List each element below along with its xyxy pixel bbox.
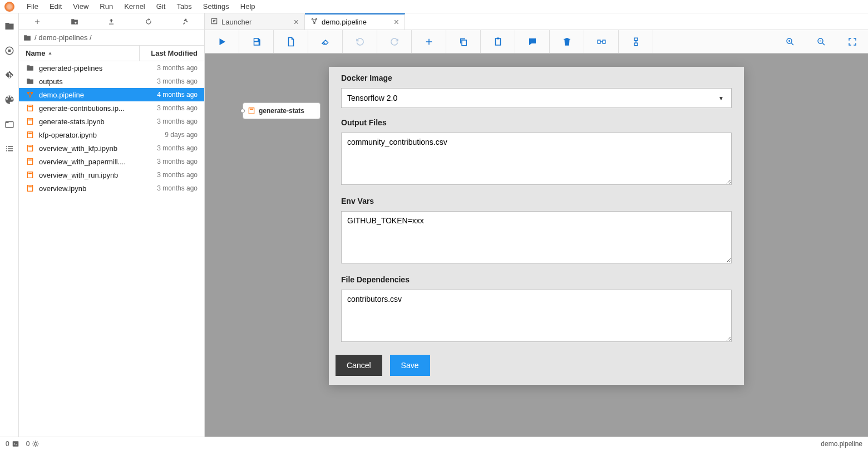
folder-icon	[26, 77, 34, 86]
file-row[interactable]: overview.ipynb3 months ago	[19, 182, 204, 195]
file-name: overview_with_run.ipynb	[39, 171, 157, 179]
notebook-icon	[26, 170, 34, 179]
svg-rect-35	[12, 441, 18, 446]
content-area: Launcher × demo.pipeline ×	[205, 13, 868, 437]
new-launcher-button[interactable]	[19, 18, 56, 26]
menu-kernel[interactable]: Kernel	[119, 1, 151, 12]
tabs-icon[interactable]	[4, 119, 14, 129]
svg-rect-27	[598, 40, 600, 43]
file-row[interactable]: generated-pipelines3 months ago	[19, 61, 204, 75]
folder-icon	[23, 34, 31, 42]
svg-point-5	[29, 96, 31, 97]
svg-rect-9	[28, 120, 32, 121]
zoom-in-button[interactable]	[775, 30, 806, 53]
env-vars-input[interactable]	[341, 211, 732, 263]
kernel-icon	[32, 440, 40, 448]
file-row[interactable]: overview_with_papermill....3 months ago	[19, 155, 204, 168]
status-kernels[interactable]: 0	[26, 440, 40, 448]
notebook-icon	[26, 184, 34, 193]
column-name[interactable]: Name	[19, 46, 140, 61]
file-modified: 3 months ago	[157, 184, 198, 192]
menu-run[interactable]: Run	[94, 1, 119, 12]
svg-rect-30	[634, 43, 638, 46]
file-row[interactable]: outputs3 months ago	[19, 75, 204, 88]
arrange-h-button[interactable]	[584, 30, 619, 53]
output-files-input[interactable]	[341, 133, 732, 185]
file-row[interactable]: overview_with_run.ipynb3 months ago	[19, 168, 204, 182]
undo-button[interactable]	[343, 30, 377, 53]
node-properties-dialog: Docker Image Tensorflow 2.0 Output Files…	[329, 67, 744, 385]
notebook-icon	[26, 117, 34, 126]
svg-rect-19	[28, 187, 32, 188]
file-name: overview_with_papermill....	[39, 158, 157, 166]
running-icon[interactable]	[4, 46, 14, 56]
run-button[interactable]	[205, 30, 239, 53]
file-row[interactable]: overview_with_kfp.ipynb3 months ago	[19, 141, 204, 155]
new-folder-button[interactable]	[56, 18, 93, 26]
save-pipeline-button[interactable]	[239, 30, 274, 53]
svg-rect-12	[27, 145, 32, 151]
pipeline-icon	[26, 90, 34, 99]
menu-file[interactable]: File	[21, 1, 44, 12]
svg-point-3	[27, 92, 28, 93]
folder-icon	[26, 63, 34, 72]
docker-image-select[interactable]: Tensorflow 2.0	[341, 88, 732, 108]
file-modified: 3 months ago	[157, 171, 198, 179]
file-row[interactable]: kfp-operator.ipynb9 days ago	[19, 128, 204, 141]
export-button[interactable]	[274, 30, 308, 53]
notebook-icon	[26, 144, 34, 153]
menu-git[interactable]: Git	[151, 1, 171, 12]
toc-icon[interactable]	[4, 144, 14, 154]
file-browser-toolbar	[19, 13, 204, 30]
file-list: generated-pipelines3 months agooutputs3 …	[19, 61, 204, 437]
close-icon[interactable]: ×	[294, 18, 299, 27]
file-row[interactable]: demo.pipeline4 months ago	[19, 88, 204, 101]
folder-icon[interactable]	[4, 21, 14, 31]
paste-button[interactable]	[481, 30, 515, 53]
svg-rect-15	[28, 160, 32, 161]
refresh-button[interactable]	[130, 18, 167, 26]
sort-asc-icon	[47, 51, 53, 56]
copy-button[interactable]	[446, 30, 481, 53]
file-name: generate-contributions.ip...	[39, 104, 157, 113]
pipeline-icon	[310, 17, 318, 27]
menu-edit[interactable]: Edit	[44, 1, 67, 12]
upload-button[interactable]	[93, 18, 130, 26]
file-row[interactable]: generate-stats.ipynb3 months ago	[19, 115, 204, 128]
redo-button[interactable]	[377, 30, 412, 53]
delete-button[interactable]	[550, 30, 584, 53]
file-name: demo.pipeline	[39, 91, 157, 99]
save-button[interactable]: Save	[390, 355, 430, 376]
zoom-fit-button[interactable]	[837, 30, 868, 53]
tab-pipeline[interactable]: demo.pipeline ×	[305, 13, 405, 30]
palette-icon[interactable]	[4, 95, 14, 105]
tab-launcher[interactable]: Launcher ×	[205, 13, 305, 30]
arrange-v-button[interactable]	[619, 30, 653, 53]
menu-tabs[interactable]: Tabs	[171, 1, 197, 12]
svg-rect-26	[496, 37, 499, 39]
pipeline-canvas[interactable]: generate-stats Docker Image Tensorflow 2…	[205, 53, 868, 437]
zoom-out-button[interactable]	[806, 30, 837, 53]
file-deps-label: File Dependencies	[341, 275, 732, 284]
launcher-icon	[210, 17, 218, 27]
comment-button[interactable]	[515, 30, 550, 53]
file-deps-input[interactable]	[341, 290, 732, 342]
svg-point-23	[314, 22, 315, 23]
column-modified[interactable]: Last Modified	[140, 49, 204, 57]
file-row[interactable]: generate-contributions.ip...3 months ago	[19, 101, 204, 115]
git-icon[interactable]	[4, 70, 14, 80]
git-clone-button[interactable]	[167, 18, 204, 26]
status-terminals[interactable]: 0	[6, 440, 19, 448]
jupyter-logo-icon	[4, 2, 14, 12]
cancel-button[interactable]: Cancel	[336, 355, 382, 376]
file-list-header: Name Last Modified	[19, 46, 204, 61]
cut-button[interactable]	[412, 30, 446, 53]
breadcrumb[interactable]: / demo-pipelines /	[19, 30, 204, 46]
menu-help[interactable]: Help	[235, 1, 261, 12]
svg-rect-24	[462, 40, 466, 46]
menu-settings[interactable]: Settings	[198, 1, 235, 12]
close-icon[interactable]: ×	[394, 18, 399, 27]
svg-rect-14	[27, 159, 32, 165]
clear-button[interactable]	[308, 30, 343, 53]
menu-view[interactable]: View	[67, 1, 94, 12]
